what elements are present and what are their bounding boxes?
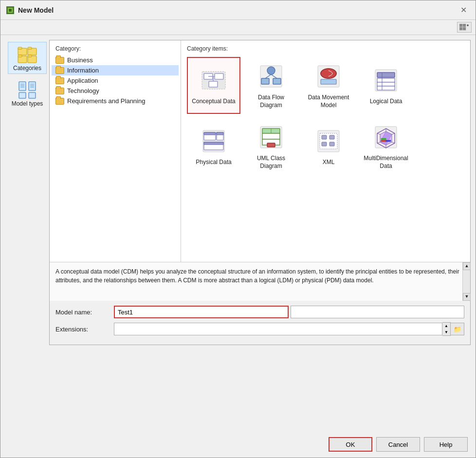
item-label-conceptual-data: Conceptual Data <box>192 98 235 106</box>
right-section: Category: Business Information Applicati… <box>49 40 471 345</box>
svg-rect-33 <box>261 78 269 84</box>
item-label-physical-data: Physical Data <box>196 159 231 166</box>
category-item-requirements[interactable]: Requirements and Planning <box>52 96 179 106</box>
model-name-extra-input[interactable] <box>291 306 464 318</box>
svg-rect-24 <box>29 92 36 98</box>
category-item-application[interactable]: Application <box>52 75 179 86</box>
svg-rect-23 <box>19 92 26 98</box>
close-button[interactable]: ✕ <box>458 4 470 16</box>
ok-button[interactable]: OK <box>329 437 372 452</box>
category-list: Category: Business Information Applicati… <box>50 40 181 262</box>
folder-icon-application <box>55 77 64 84</box>
svg-point-32 <box>267 67 275 74</box>
svg-rect-64 <box>322 142 327 146</box>
sidebar-item-categories[interactable]: Categories <box>8 42 47 74</box>
model-name-row: Model name: <box>55 306 464 318</box>
category-item-technology[interactable]: Technology <box>52 86 179 96</box>
items-header: Category items: <box>185 44 466 55</box>
item-icon-data-movement <box>314 62 343 91</box>
svg-rect-28 <box>209 81 218 87</box>
category-item-information[interactable]: Information <box>52 65 179 75</box>
svg-rect-65 <box>330 142 334 146</box>
svg-rect-3 <box>459 24 462 27</box>
main-content: Categories Model types <box>0 35 476 350</box>
folder-icon-information <box>55 67 64 74</box>
svg-rect-78 <box>381 138 386 140</box>
svg-rect-6 <box>463 27 466 30</box>
item-label-xml: XML <box>323 159 335 166</box>
scroll-down-arrow[interactable]: ▼ <box>463 293 471 301</box>
item-label-logical-data: Logical Data <box>370 98 403 106</box>
sidebar-item-model-types[interactable]: Model types <box>8 78 47 109</box>
item-icon-physical-data <box>199 127 228 156</box>
extensions-spinner-buttons: ▲ ▼ <box>442 322 451 336</box>
scroll-up-arrow[interactable]: ▲ <box>463 262 471 270</box>
item-card-conceptual-data[interactable]: Conceptual Data <box>187 57 240 114</box>
svg-rect-2 <box>9 9 12 12</box>
grid-view-icon <box>459 24 469 31</box>
svg-rect-15 <box>19 82 26 91</box>
items-panel: Category items: <box>181 40 470 262</box>
item-label-data-flow: Data Flow Diagram <box>249 94 293 109</box>
description-text: A conceptual data model (CDM) helps you … <box>55 268 459 284</box>
description-scrollbar[interactable]: ▲ ▼ <box>462 262 470 301</box>
folder-icon-technology <box>55 88 64 94</box>
svg-rect-8 <box>18 47 22 49</box>
form-area: Model name: Extensions: ▲ ▼ 📁 <box>50 301 470 345</box>
svg-rect-43 <box>377 78 395 82</box>
category-label-application: Application <box>67 77 98 84</box>
svg-rect-76 <box>381 140 386 142</box>
svg-rect-19 <box>29 82 36 91</box>
item-label-uml-class: UML Class Diagram <box>249 155 293 170</box>
item-card-xml[interactable]: XML <box>302 118 355 175</box>
item-card-data-movement[interactable]: Data Movement Model <box>302 57 355 114</box>
new-model-dialog: New Model ✕ <box>0 0 476 458</box>
item-icon-xml <box>314 127 343 156</box>
svg-rect-49 <box>204 132 216 135</box>
svg-rect-56 <box>262 133 280 139</box>
category-area: Category: Business Information Applicati… <box>50 40 470 262</box>
extensions-label: Extensions: <box>55 326 114 333</box>
spinner-up[interactable]: ▲ <box>442 323 450 329</box>
svg-rect-40 <box>321 79 336 84</box>
svg-rect-10 <box>28 47 32 49</box>
item-card-multidimensional[interactable]: MultiDimensional Data <box>359 118 413 175</box>
item-card-uml-class[interactable]: UML Class Diagram <box>244 118 298 175</box>
folder-icon-requirements <box>55 98 64 105</box>
folder-icon-business <box>55 57 64 64</box>
model-name-input[interactable] <box>114 306 289 318</box>
svg-rect-59 <box>267 143 275 147</box>
model-types-icon <box>17 80 37 100</box>
extensions-folder-button[interactable]: 📁 <box>451 323 464 335</box>
help-button[interactable]: Help <box>424 437 468 452</box>
window-title: New Model <box>18 6 54 14</box>
category-item-business[interactable]: Business <box>52 55 179 65</box>
category-label-technology: Technology <box>67 87 99 94</box>
description-area: A conceptual data model (CDM) helps you … <box>50 262 470 301</box>
svg-rect-34 <box>273 78 281 84</box>
item-icon-data-flow <box>256 62 286 91</box>
cancel-button[interactable]: Cancel <box>376 437 420 452</box>
svg-rect-42 <box>377 73 395 77</box>
svg-rect-53 <box>204 142 223 145</box>
item-card-physical-data[interactable]: Physical Data <box>187 118 240 175</box>
model-types-label: Model types <box>12 100 43 107</box>
item-icon-logical-data <box>371 66 401 95</box>
svg-rect-62 <box>322 135 327 139</box>
item-icon-uml-class <box>256 123 286 152</box>
spinner-down[interactable]: ▼ <box>442 329 450 335</box>
category-label-information: Information <box>67 67 99 74</box>
categories-icon <box>17 44 37 65</box>
spacer <box>0 350 476 431</box>
svg-rect-44 <box>377 82 395 86</box>
item-card-logical-data[interactable]: Logical Data <box>359 57 413 114</box>
app-icon <box>6 6 14 14</box>
categories-label: Categories <box>13 65 41 72</box>
extensions-spinner-input[interactable] <box>114 323 442 335</box>
title-bar-left: New Model <box>6 6 54 14</box>
item-card-data-flow[interactable]: Data Flow Diagram <box>244 57 298 114</box>
item-label-data-movement: Data Movement Model <box>307 94 350 109</box>
svg-rect-5 <box>459 27 462 30</box>
toolbar-row <box>0 20 476 35</box>
view-toggle-button[interactable] <box>457 22 472 33</box>
